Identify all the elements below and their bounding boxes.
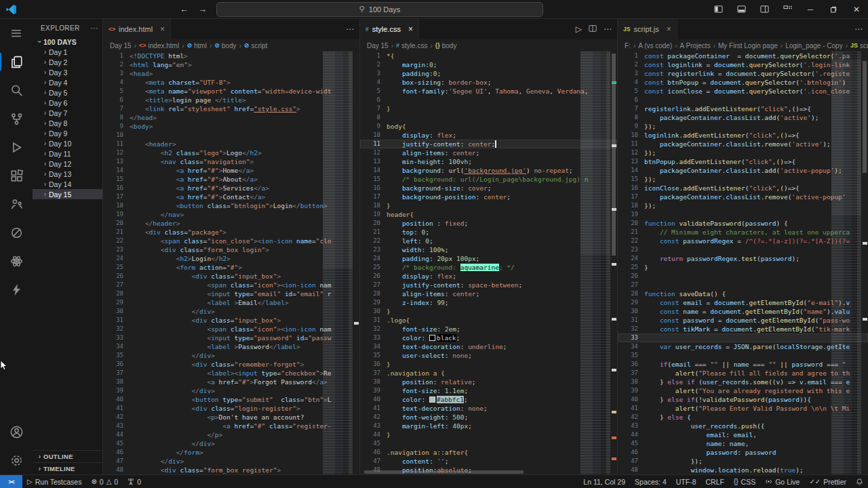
code-line[interactable]: 12});: [618, 148, 868, 157]
code-line[interactable]: 26 <div class="input_box">: [103, 272, 359, 281]
scrollbar-vertical[interactable]: [861, 52, 868, 474]
code-line[interactable]: 17 background-position: center;: [360, 192, 617, 201]
close-icon[interactable]: ×: [160, 25, 165, 33]
nav-back-icon[interactable]: ←: [180, 4, 189, 14]
toggle-secondary-sidebar-icon[interactable]: [753, 0, 776, 19]
code-line[interactable]: 35 </div>: [103, 351, 359, 360]
code-line[interactable]: 43 <a href="#" class="register-: [103, 422, 359, 430]
tree-item-day-10[interactable]: ›Day 10: [33, 138, 102, 148]
code-line[interactable]: 45 name: name,: [618, 439, 868, 448]
tree-item-day-1[interactable]: ›Day 1: [33, 47, 102, 57]
command-center-search[interactable]: ⚲ 100 Days: [216, 2, 543, 17]
tree-item-day-5[interactable]: ›Day 5: [33, 87, 102, 98]
code-line[interactable]: 37 alert("Please fill all fields and agr…: [618, 369, 868, 378]
explorer-icon[interactable]: [0, 47, 33, 76]
code-line[interactable]: 3<head>: [103, 69, 359, 78]
code-line[interactable]: 41 alert("Please Enter Valid Password \n…: [618, 404, 868, 413]
close-icon[interactable]: ×: [667, 25, 671, 33]
code-line[interactable]: 22 <span class="icon_close"><ion-icon na…: [103, 237, 359, 245]
language-mode[interactable]: {} CSS: [729, 478, 760, 486]
code-line[interactable]: 16iconClose.addEventListener("click",()=…: [618, 184, 868, 192]
code-line[interactable]: 18 <button class="btnlogin">Login</butto…: [103, 201, 359, 210]
code-line[interactable]: 46 password: password: [618, 448, 868, 457]
go-live-button[interactable]: Go Live: [760, 478, 804, 486]
breadcrumb-item[interactable]: ⊘html: [186, 42, 206, 49]
code-line[interactable]: 33 color: black;: [360, 333, 617, 342]
code-line[interactable]: 35: [618, 351, 868, 360]
code-line[interactable]: 40 } else if(!validatePassword(password)…: [618, 395, 868, 404]
indentation[interactable]: Spaces: 4: [630, 478, 671, 486]
tree-item-day-4[interactable]: ›Day 4: [33, 77, 102, 87]
code-line[interactable]: 10loginlink.addEventListener("click",()=…: [618, 131, 868, 140]
code-line[interactable]: 28 align-items: center;: [360, 289, 617, 298]
code-line[interactable]: 15 <a href="#">About</a>: [103, 175, 359, 184]
code-line[interactable]: 47 </div>: [103, 457, 359, 466]
timeline-section[interactable]: › TIMELINE: [33, 462, 102, 474]
code-line[interactable]: 7 <link rel="stylesheet" href="style.css…: [103, 104, 359, 113]
code-line[interactable]: 39 font-size: 1.1em;: [360, 386, 617, 395]
window-minimize-button[interactable]: ─: [799, 0, 822, 19]
breadcrumb-item[interactable]: <>index.html: [139, 42, 179, 49]
source-control-icon[interactable]: [0, 104, 33, 133]
code-line[interactable]: 38 } else if (user_records.some((v) => v…: [618, 378, 868, 386]
code-line[interactable]: 19: [618, 210, 868, 219]
outline-section[interactable]: › OUTLINE: [33, 450, 102, 462]
code-line[interactable]: 5 <meta name="viewport" content="width=d…: [103, 87, 359, 96]
code-line[interactable]: 32 <span class="icon"><ion-icon nam: [103, 325, 359, 333]
toggle-panel-icon[interactable]: [730, 0, 753, 19]
tree-item-day-15[interactable]: ›Day 15: [33, 189, 102, 199]
account-icon[interactable]: [0, 418, 33, 446]
tree-item-day-13[interactable]: ›Day 13: [33, 169, 102, 179]
breadcrumb-item[interactable]: Login_page - Copy: [785, 42, 843, 49]
code-line[interactable]: 31.logo{: [360, 316, 617, 325]
code-line[interactable]: 47 });: [618, 457, 868, 466]
tab-script.js[interactable]: JSscript.js×: [618, 19, 677, 39]
search-view-icon[interactable]: [0, 76, 33, 104]
code-line[interactable]: 14 packageContainer.classList.add('activ…: [618, 166, 868, 175]
code-line[interactable]: 22 left: 0;: [360, 237, 617, 245]
code-line[interactable]: 34 text-decoration: underline;: [360, 342, 617, 351]
code-line[interactable]: 38 position: relative;: [360, 378, 617, 386]
code-line[interactable]: 42 <p>Don't have an account?: [103, 413, 359, 422]
code-line[interactable]: 1const packageContainer = document.query…: [618, 52, 868, 60]
code-line[interactable]: 18}: [360, 201, 617, 210]
run-editor-action-icon[interactable]: ▷: [576, 24, 582, 34]
code-editor-script.js[interactable]: 1const packageContainer = document.query…: [618, 52, 868, 474]
tree-root-folder[interactable]: › 100 DAYS: [33, 37, 102, 47]
minimap[interactable]: [580, 52, 610, 474]
tree-item-day-11[interactable]: ›Day 11: [33, 148, 102, 159]
code-line[interactable]: 30 const name = document.getElementById(…: [618, 307, 868, 316]
code-line[interactable]: 2const loginlink = document.querySelecto…: [618, 60, 868, 69]
code-line[interactable]: 35 user-select: none;: [360, 351, 617, 360]
code-line[interactable]: 7}: [360, 104, 617, 113]
code-line[interactable]: 45: [360, 439, 617, 448]
settings-gear-icon[interactable]: [0, 446, 33, 474]
code-line[interactable]: 14 <a href="#">Home</a>: [103, 166, 359, 175]
code-line[interactable]: 10: [103, 131, 359, 140]
breadcrumb-item[interactable]: ⊘body: [214, 42, 236, 49]
code-line[interactable]: 17 <a href="#">Contact</a>: [103, 192, 359, 201]
code-line[interactable]: 20 </header>: [103, 219, 359, 228]
code-line[interactable]: 4 box-sizing: border-box;: [360, 78, 617, 87]
code-line[interactable]: 15 /* background: url(/Login_page\backgr…: [360, 175, 617, 184]
code-line[interactable]: 46 </form>: [103, 448, 359, 457]
code-line[interactable]: 17 packageContainer.classList.remove('ac…: [618, 192, 868, 201]
code-line[interactable]: 25}: [618, 263, 868, 272]
code-editor-style.css[interactable]: 1*{2 margin:0;3 padding:0;4 box-sizing: …: [360, 52, 617, 474]
code-line[interactable]: 6: [618, 96, 868, 104]
tab-index.html[interactable]: <>index.html×: [103, 19, 171, 39]
code-line[interactable]: 5const iconClose = document.querySelecto…: [618, 87, 868, 96]
code-line[interactable]: 18});: [618, 201, 868, 210]
code-line[interactable]: 9});: [618, 122, 868, 131]
explorer-more-actions-icon[interactable]: ⋯: [91, 24, 98, 33]
code-line[interactable]: 33: [618, 333, 868, 342]
code-line[interactable]: 34 <label >Password</label>: [103, 342, 359, 351]
menu-icon[interactable]: [0, 19, 33, 47]
code-line[interactable]: 21 <div class="package">: [103, 228, 359, 237]
breadcrumb-item[interactable]: JSscript.js: [850, 42, 868, 49]
code-line[interactable]: 27: [618, 281, 868, 289]
code-line[interactable]: 10 display: flex;: [360, 131, 617, 140]
code-line[interactable]: 1<!DOCTYPE html>: [103, 52, 359, 60]
tree-item-day-8[interactable]: ›Day 8: [33, 118, 102, 128]
code-line[interactable]: 43 user_records.push({: [618, 422, 868, 430]
